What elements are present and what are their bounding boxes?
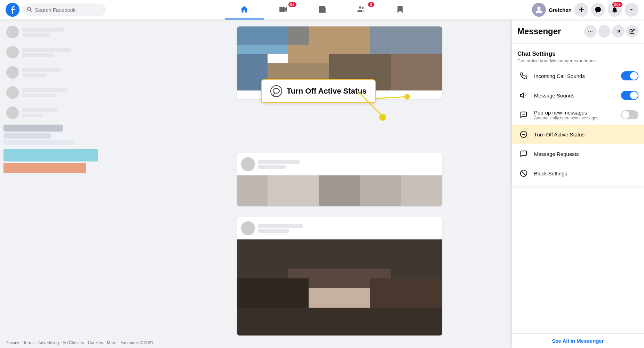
nav-home-button[interactable] bbox=[225, 0, 264, 19]
search-bar[interactable] bbox=[22, 3, 106, 16]
footer-more[interactable]: More bbox=[107, 340, 116, 345]
nav-saved-button[interactable] bbox=[381, 0, 420, 19]
user-avatar[interactable] bbox=[532, 3, 546, 17]
svg-marker-4 bbox=[285, 7, 287, 12]
sidebar-avatar-3 bbox=[6, 66, 19, 79]
svg-point-15 bbox=[590, 31, 591, 32]
post-image-2 bbox=[237, 175, 442, 206]
svg-marker-17 bbox=[520, 93, 523, 98]
turn-off-active-status-label: Turn Off Active Status bbox=[534, 132, 638, 137]
svg-point-5 bbox=[359, 6, 361, 8]
messenger-more-button[interactable] bbox=[584, 25, 597, 38]
svg-line-2 bbox=[30, 10, 32, 11]
svg-point-16 bbox=[592, 31, 593, 32]
sidebar-text-2 bbox=[22, 48, 119, 57]
messenger-compose-button[interactable] bbox=[626, 25, 638, 38]
popup-messages-label: Pop-up new messages bbox=[534, 110, 617, 116]
footer-ad-choices[interactable]: Ad Choices bbox=[63, 340, 84, 345]
messenger-popout-button[interactable] bbox=[612, 25, 625, 38]
nav-left bbox=[6, 3, 117, 17]
nav-video-button[interactable]: 9+ bbox=[264, 0, 303, 19]
svg-point-7 bbox=[537, 7, 540, 10]
annotation-bubble-icon bbox=[270, 85, 283, 97]
message-sounds-label: Message Sounds bbox=[534, 93, 617, 98]
groups-badge: 3 bbox=[368, 2, 374, 7]
messenger-header: Messenger bbox=[512, 19, 644, 44]
popup-messages-sublabel: Automatically open new messages bbox=[534, 116, 617, 120]
message-sounds-item[interactable]: Message Sounds bbox=[512, 86, 644, 105]
post-card-3 bbox=[237, 217, 442, 335]
footer-cookies[interactable]: Cookies bbox=[88, 340, 103, 345]
feed: Turn Off Active Status bbox=[125, 19, 554, 348]
chat-settings-title: Chat Settings bbox=[517, 50, 638, 57]
block-settings-item[interactable]: Block Settings bbox=[512, 164, 644, 183]
block-settings-icon bbox=[517, 167, 530, 180]
svg-point-6 bbox=[361, 7, 363, 8]
search-icon bbox=[26, 6, 32, 13]
search-input[interactable] bbox=[35, 7, 102, 13]
message-requests-icon bbox=[517, 148, 530, 160]
svg-point-14 bbox=[588, 31, 589, 32]
popup-messages-toggle[interactable] bbox=[621, 110, 638, 119]
nav-right: Gretchen 20+ bbox=[527, 3, 638, 17]
annotation-tooltip: Turn Off Active Status bbox=[261, 79, 376, 103]
sidebar-avatar-1 bbox=[6, 26, 19, 38]
message-requests-label: Message Requests bbox=[534, 151, 638, 157]
messenger-minimize-button[interactable] bbox=[598, 25, 611, 38]
turn-off-active-status-item[interactable]: Turn Off Active Status bbox=[512, 125, 644, 144]
post-avatar-3 bbox=[241, 221, 255, 235]
navbar: 9+ 3 Gretchen 20+ bbox=[0, 0, 644, 19]
messenger-footer: See All in Messenger bbox=[512, 333, 644, 348]
incoming-call-sounds-item[interactable]: Incoming Call Sounds bbox=[512, 66, 644, 86]
sidebar-text-1 bbox=[22, 27, 119, 37]
messenger-button[interactable] bbox=[591, 3, 605, 17]
message-sounds-icon bbox=[517, 89, 530, 102]
messenger-panel: Messenger Chat Settings Customize your M… bbox=[512, 19, 644, 348]
see-all-in-messenger[interactable]: See All in Messenger bbox=[512, 333, 644, 348]
incoming-call-sounds-icon bbox=[517, 70, 530, 82]
messenger-title: Messenger bbox=[517, 26, 584, 36]
footer-advertising[interactable]: Advertising bbox=[38, 340, 59, 345]
footer: Privacy Terms Advertising Ad Choices Coo… bbox=[3, 175, 122, 186]
incoming-call-sounds-label: Incoming Call Sounds bbox=[534, 73, 617, 79]
svg-rect-3 bbox=[279, 7, 285, 12]
turn-off-active-status-icon bbox=[517, 128, 530, 141]
chat-settings-dropdown: Chat Settings Customize your Messenger e… bbox=[512, 44, 644, 186]
svg-point-11 bbox=[273, 88, 279, 93]
incoming-call-sounds-toggle[interactable] bbox=[621, 71, 638, 80]
block-settings-label: Block Settings bbox=[534, 171, 638, 176]
popup-messages-icon bbox=[517, 109, 530, 121]
notifications-button[interactable]: 20+ bbox=[608, 3, 622, 17]
sidebar-avatar-2 bbox=[6, 46, 19, 58]
message-requests-item[interactable]: Message Requests bbox=[512, 144, 644, 164]
account-menu-button[interactable] bbox=[625, 3, 638, 17]
footer-copyright: Facebook © 2021 bbox=[120, 340, 125, 345]
notifications-badge: 20+ bbox=[612, 2, 622, 7]
popup-messages-item[interactable]: Pop-up new messages Automatically open n… bbox=[512, 105, 644, 125]
nav-marketplace-button[interactable] bbox=[303, 0, 342, 19]
video-badge: 9+ bbox=[288, 2, 296, 7]
svg-point-10 bbox=[271, 86, 282, 97]
post-avatar-2 bbox=[241, 157, 255, 171]
chat-settings-header: Chat Settings Customize your Messenger e… bbox=[512, 46, 644, 66]
messenger-actions bbox=[584, 25, 638, 38]
message-sounds-toggle[interactable] bbox=[621, 91, 638, 100]
create-button[interactable] bbox=[574, 3, 588, 17]
post-image-3 bbox=[237, 239, 442, 335]
footer-privacy[interactable]: Privacy bbox=[6, 340, 19, 345]
annotation-text: Turn Off Active Status bbox=[287, 87, 367, 96]
nav-groups-button[interactable]: 3 bbox=[342, 0, 381, 19]
left-sidebar: Privacy Terms Advertising Ad Choices Coo… bbox=[0, 19, 125, 348]
chat-settings-subtitle: Customize your Messenger experience. bbox=[517, 58, 638, 63]
svg-line-21 bbox=[522, 171, 526, 176]
post-card-2 bbox=[237, 153, 442, 206]
footer-terms[interactable]: Terms bbox=[23, 340, 34, 345]
nav-center: 9+ 3 bbox=[117, 0, 527, 19]
facebook-logo[interactable] bbox=[6, 3, 19, 17]
sidebar-avatar-4 bbox=[6, 86, 19, 99]
username-label: Gretchen bbox=[549, 7, 572, 13]
